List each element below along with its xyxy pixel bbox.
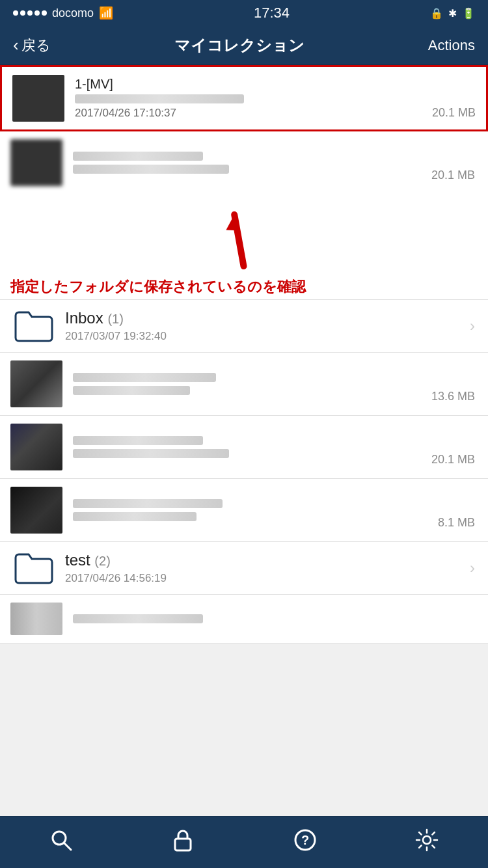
svg-text:?: ? [301,833,309,847]
svg-line-3 [64,843,71,850]
annotation-block: 20.1 MB 指定したフォルダに保存されているのを確認 [0,131,488,300]
item-subtitle-blurred [73,386,190,395]
lock-icon [172,828,193,857]
lock-status-icon: 🔒 [430,7,443,20]
item-size: 20.1 MB [432,106,476,120]
item-size: 20.1 MB [431,453,475,467]
item-size: 20.1 MB [431,169,475,182]
item-info [73,149,478,176]
file-thumbnail [10,139,62,186]
file-thumbnail [10,424,62,470]
item-subtitle-blurred [73,165,229,174]
status-left: docomo 📶 [13,6,113,20]
svg-line-0 [215,215,264,266]
back-chevron-icon: ‹ [13,35,19,55]
tab-bar: ? [0,816,488,868]
search-icon [49,828,73,857]
item-subtitle-blurred [73,512,197,521]
folder-info: Inbox (1) 2017/03/07 19:32:40 [65,309,470,343]
status-bar: docomo 📶 17:34 🔒 ✱ 🔋 [0,0,488,26]
item-subtitle-blurred [73,449,229,458]
annotation-arrow-container [0,194,488,272]
folder-item[interactable]: test (2) 2017/04/26 14:56:19 › [0,542,488,595]
folder-icon [13,551,55,585]
folder-name: Inbox (1) [65,309,470,327]
content-list: 1-[MV] 2017/04/26 17:10:37 20.1 MB 20.1 … [0,65,488,644]
item-title-blurred [75,94,244,103]
folder-date: 2017/04/26 14:56:19 [65,572,470,585]
item-date: 2017/04/26 17:10:37 [75,107,176,120]
carrier-label: docomo [52,7,94,20]
item-size: 13.6 MB [431,390,475,403]
file-thumbnail [10,360,62,407]
item-info [73,612,478,626]
annotation-text: 指定したフォルダに保存されているのを確認 [0,272,488,299]
signal-dots [13,10,47,16]
file-thumbnail [10,603,62,635]
list-item[interactable] [0,595,488,644]
back-label: 戻る [21,36,51,55]
item-info [73,433,478,461]
item-meta: 2017/04/26 17:10:37 20.1 MB [75,106,476,120]
item-title: 1-[MV] [75,77,476,92]
annotation-arrow-icon [205,200,283,272]
folder-item[interactable]: Inbox (1) 2017/03/07 19:32:40 › [0,300,488,353]
file-thumbnail [12,75,64,122]
item-size: 8.1 MB [438,516,475,530]
folder-name: test (2) [65,551,470,569]
list-item[interactable]: 8.1 MB [0,479,488,542]
item-title-blurred [73,499,223,508]
item-info [73,370,478,398]
item-title-blurred [73,152,203,161]
file-thumbnail [10,487,62,534]
list-item[interactable]: 20.1 MB [0,131,488,194]
tab-help[interactable]: ? [279,823,331,862]
list-item[interactable]: 20.1 MB [0,416,488,479]
bluetooth-icon: ✱ [448,7,457,20]
status-time: 17:34 [254,5,290,21]
status-right: 🔒 ✱ 🔋 [430,7,475,20]
settings-icon [415,828,439,857]
svg-point-7 [423,836,431,844]
item-title-blurred [73,614,203,623]
item-info [73,496,478,524]
nav-title: マイコレクション [174,35,305,56]
item-title-blurred [73,436,203,445]
tab-settings[interactable] [401,823,453,862]
chevron-right-icon: › [470,559,475,577]
folder-date: 2017/03/07 19:32:40 [65,330,470,343]
list-item[interactable]: 13.6 MB [0,353,488,416]
tab-search[interactable] [35,823,87,862]
item-title-blurred [73,373,216,382]
svg-rect-4 [175,839,191,850]
back-button[interactable]: ‹ 戻る [13,35,51,55]
item-info: 1-[MV] 2017/04/26 17:10:37 20.1 MB [75,77,476,120]
chevron-right-icon: › [470,317,475,335]
folder-info: test (2) 2017/04/26 14:56:19 [65,551,470,585]
battery-icon: 🔋 [462,7,475,20]
list-item[interactable]: 1-[MV] 2017/04/26 17:10:37 20.1 MB [0,65,488,131]
help-icon: ? [293,828,317,857]
nav-bar: ‹ 戻る マイコレクション Actions [0,26,488,65]
folder-icon [13,309,55,343]
actions-button[interactable]: Actions [428,37,475,54]
wifi-icon: 📶 [99,6,113,20]
tab-lock[interactable] [157,823,209,862]
